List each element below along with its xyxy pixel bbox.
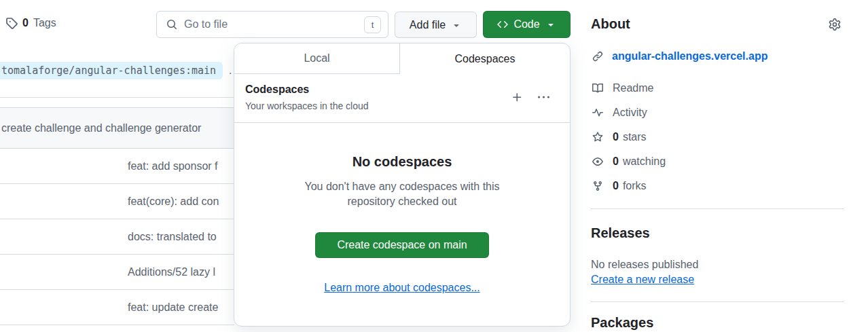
search-icon [166, 19, 177, 30]
shortcut-key-badge: t [364, 16, 381, 33]
pulse-icon [592, 107, 603, 118]
website-url[interactable]: angular-challenges.vercel.app [612, 50, 767, 62]
table-row[interactable]: Additions/52 lazy l [0, 255, 234, 290]
new-codespace-button[interactable] [511, 92, 523, 103]
book-icon [592, 83, 603, 94]
create-codespace-button[interactable]: Create codespace on main [315, 232, 489, 258]
about-heading: About [591, 16, 630, 32]
tags-label: Tags [33, 17, 56, 29]
activity-label: Activity [613, 107, 647, 119]
tags-counter[interactable]: 0 Tags [5, 17, 56, 29]
empty-state-description: You don't have any codespaces with this … [293, 179, 511, 209]
table-row[interactable]: feat: add sponsor f [0, 149, 234, 184]
forks-link[interactable]: 0 forks [592, 174, 666, 198]
commit-message-link[interactable]: feat: add sponsor f [128, 160, 218, 172]
packages-heading[interactable]: Packages [591, 315, 653, 331]
code-button-label: Code [513, 18, 539, 31]
repo-sidebar: About angular-challenges.vercel.app Read… [584, 0, 868, 332]
section-divider [0, 97, 234, 98]
forks-count: 0 [613, 180, 619, 192]
tab-local[interactable]: Local [234, 43, 400, 74]
stars-label: stars [623, 131, 647, 143]
sidebar-divider [591, 208, 844, 209]
activity-link[interactable]: Activity [592, 100, 666, 125]
fork-icon [592, 181, 603, 191]
commit-message-link[interactable]: Additions/52 lazy l [128, 266, 215, 278]
codespaces-title: Codespaces [245, 84, 369, 96]
code-button[interactable]: Code [483, 11, 571, 38]
readme-label: Readme [613, 82, 653, 94]
tab-codespaces-label: Codespaces [455, 53, 516, 65]
gear-icon [829, 18, 841, 31]
table-row[interactable]: feat: update create [0, 290, 234, 325]
commit-message-link[interactable]: feat(core): add con [128, 196, 219, 208]
link-icon [592, 51, 603, 62]
watching-link[interactable]: 0 watching [592, 149, 666, 174]
forks-label: forks [623, 180, 647, 192]
star-icon [592, 132, 603, 143]
about-meta-list: Readme Activity 0 stars 0 watching [592, 76, 666, 198]
table-row[interactable]: docs: translated to [0, 219, 234, 255]
go-to-file-input[interactable]: Go to file t [156, 11, 388, 38]
edit-repo-settings-button[interactable] [829, 18, 841, 31]
website-link[interactable]: angular-challenges.vercel.app [592, 50, 767, 62]
commit-message-link[interactable]: feat: update create [128, 301, 218, 314]
tab-codespaces[interactable]: Codespaces [400, 43, 570, 74]
codespaces-subtitle: Your workspaces in the cloud [245, 100, 369, 111]
kebab-horizontal-icon [538, 92, 549, 103]
chevron-down-icon [545, 19, 556, 30]
releases-empty-text: No releases published [591, 259, 698, 271]
readme-link[interactable]: Readme [592, 76, 666, 100]
code-icon [497, 19, 508, 30]
stars-count: 0 [613, 131, 619, 143]
table-row[interactable]: feat(core): add con [0, 184, 234, 219]
codespaces-header: Codespaces Your workspaces in the cloud [234, 74, 570, 123]
latest-commit-message[interactable]: create challenge and challenge generator [1, 122, 201, 134]
stars-link[interactable]: 0 stars [592, 125, 666, 149]
branch-reference-line: tomalaforge/angular-challenges:main . [0, 62, 232, 79]
branch-line-suffix: . [229, 64, 232, 77]
search-placeholder: Go to file [184, 18, 357, 31]
eye-icon [592, 156, 603, 167]
watching-count: 0 [613, 155, 619, 168]
sidebar-divider [591, 301, 844, 302]
watching-label: watching [623, 155, 666, 168]
code-dropdown-popover: Local Codespaces Codespaces Your workspa… [234, 43, 571, 327]
add-file-button[interactable]: Add file [395, 12, 477, 38]
codespaces-options-button[interactable] [538, 92, 549, 103]
releases-heading[interactable]: Releases [591, 225, 650, 241]
popover-tab-bar: Local Codespaces [234, 43, 570, 74]
codespaces-empty-state: No codespaces You don't have any codespa… [234, 123, 570, 294]
latest-commit-bar[interactable]: create challenge and challenge generator [0, 108, 234, 149]
add-file-label: Add file [410, 19, 446, 31]
tags-count: 0 [22, 17, 29, 29]
create-release-link[interactable]: Create a new release [591, 274, 694, 286]
learn-more-link[interactable]: Learn more about codespaces... [324, 282, 480, 294]
tab-local-label: Local [304, 52, 329, 64]
repo-ref-code: tomalaforge/angular-challenges:main [0, 62, 223, 79]
empty-state-title: No codespaces [352, 154, 452, 170]
tag-icon [5, 17, 18, 29]
plus-icon [511, 92, 523, 103]
commit-message-link[interactable]: docs: translated to [128, 231, 217, 243]
chevron-down-icon [451, 20, 462, 31]
file-table: create challenge and challenge generator… [0, 107, 234, 325]
